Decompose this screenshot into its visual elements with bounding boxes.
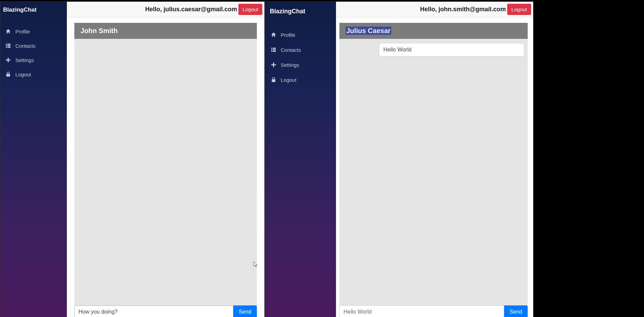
lock-icon [5, 71, 11, 77]
sidebar: BlazingChat Profile Contacts Settings [0, 2, 67, 317]
svg-rect-11 [271, 49, 272, 50]
compose-row: Send [74, 305, 257, 317]
svg-rect-17 [272, 79, 276, 82]
messages-list[interactable] [74, 39, 257, 305]
app-window-right: BlazingChat Profile Contacts Settings [265, 1, 533, 317]
nav-label: Settings [15, 57, 34, 63]
svg-rect-5 [8, 47, 11, 48]
compose-row: Send [339, 305, 528, 317]
contact-name: Julius Caesar [346, 27, 391, 35]
lock-icon [270, 77, 277, 83]
send-button[interactable]: Send [504, 305, 528, 317]
message-input[interactable] [339, 305, 504, 317]
home-icon [270, 32, 277, 38]
sidebar: BlazingChat Profile Contacts Settings [265, 2, 336, 317]
nav-label: Logout [15, 72, 31, 77]
main-panel: Hello, john.smith@gmail.com Logout Juliu… [336, 2, 533, 317]
topbar: Hello, john.smith@gmail.com Logout [336, 2, 533, 17]
nav-label: Settings [281, 62, 299, 68]
brand-title: BlazingChat [0, 2, 67, 18]
chat-header: Julius Caesar [339, 23, 528, 39]
plus-icon [270, 62, 277, 68]
svg-rect-14 [273, 51, 276, 52]
nav-label: Contacts [281, 47, 301, 53]
svg-rect-9 [271, 48, 272, 49]
message-input[interactable] [74, 305, 233, 317]
nav-menu: Profile Contacts Settings Logout [265, 21, 336, 87]
svg-rect-7 [6, 60, 11, 61]
sidebar-item-logout[interactable]: Logout [265, 72, 336, 87]
sidebar-item-contacts[interactable]: Contacts [265, 42, 336, 57]
sidebar-item-profile[interactable]: Profile [265, 27, 336, 42]
blank-area [533, 0, 644, 317]
sidebar-item-logout[interactable]: Logout [0, 67, 67, 81]
main-panel: Hello, julius.caesar@gmail.com Logout Jo… [67, 2, 264, 317]
chat-header: John Smith [74, 23, 257, 39]
svg-rect-10 [273, 48, 276, 49]
svg-rect-3 [8, 45, 11, 46]
sidebar-item-profile[interactable]: Profile [0, 24, 67, 39]
svg-rect-13 [271, 51, 272, 52]
svg-rect-2 [6, 45, 7, 46]
sidebar-item-settings[interactable]: Settings [265, 57, 336, 72]
list-icon [270, 47, 277, 53]
svg-rect-8 [6, 74, 10, 77]
hello-text: Hello, julius.caesar@gmail.com [145, 6, 237, 13]
sidebar-item-contacts[interactable]: Contacts [0, 39, 67, 53]
brand-title: BlazingChat [265, 2, 336, 21]
nav-menu: Profile Contacts Settings Logout [0, 18, 67, 81]
home-icon [5, 28, 11, 34]
plus-icon [5, 57, 11, 63]
nav-label: Logout [281, 77, 296, 83]
chat-area: John Smith Send [67, 17, 264, 317]
topbar: Hello, julius.caesar@gmail.com Logout [67, 2, 264, 17]
nav-label: Profile [281, 32, 295, 38]
logout-button[interactable]: Logout [238, 4, 262, 15]
message-bubble: Hello World [379, 43, 524, 57]
nav-label: Profile [15, 29, 30, 34]
svg-rect-1 [8, 44, 11, 45]
svg-rect-0 [6, 44, 7, 45]
svg-rect-4 [6, 47, 7, 48]
svg-rect-16 [271, 64, 276, 65]
send-button[interactable]: Send [233, 305, 257, 317]
svg-rect-12 [273, 49, 276, 50]
nav-label: Contacts [15, 43, 35, 49]
logout-button[interactable]: Logout [507, 4, 531, 15]
app-window-left: BlazingChat Profile Contacts Settings [0, 1, 265, 317]
list-icon [5, 43, 11, 49]
contact-name: John Smith [80, 27, 118, 34]
chat-area: Julius Caesar Hello World Send [336, 17, 533, 317]
sidebar-item-settings[interactable]: Settings [0, 53, 67, 67]
hello-text: Hello, john.smith@gmail.com [420, 6, 506, 13]
messages-list[interactable]: Hello World [339, 39, 528, 305]
